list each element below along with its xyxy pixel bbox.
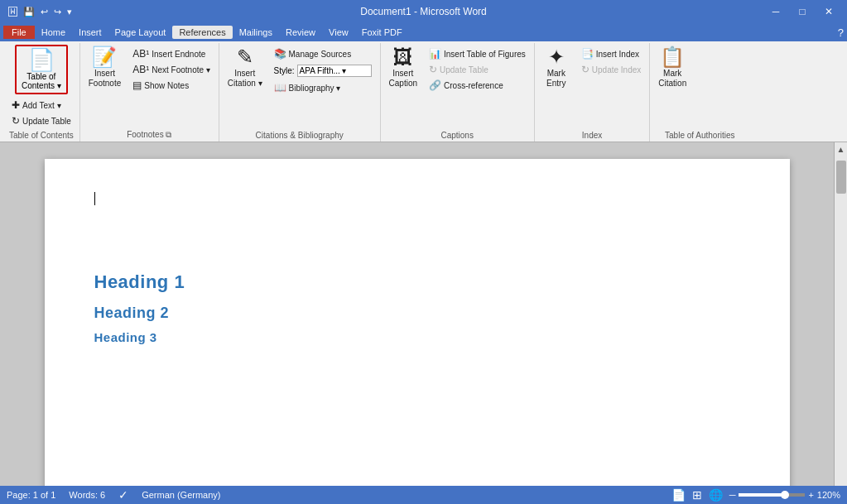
document-page[interactable]: Heading 1 Heading 2 Heading 3 [45,159,790,504]
document-scroll-area: Heading 1 Heading 2 Heading 3 [0,142,834,504]
menu-insert[interactable]: Insert [72,26,108,39]
zoom-slider[interactable] [739,493,805,497]
menu-foxit-pdf[interactable]: Foxit PDF [355,26,409,39]
window-controls: ─ □ ✕ [764,3,840,20]
bibliography-button[interactable]: 📖 Bibliography ▾ [271,80,375,95]
zoom-out-button[interactable]: ─ [729,490,736,500]
zoom-in-button[interactable]: + [808,490,813,500]
insert-index-icon: 📑 [581,48,594,60]
toc-icon: 📄 [28,49,55,70]
mark-citation-icon: 📋 [660,47,685,67]
insert-endnote-button[interactable]: AB¹ Insert Endnote [129,46,214,61]
insert-caption-icon: 🖼 [393,47,413,67]
insert-footnote-button[interactable]: 📝 InsertFootnote [85,45,124,91]
scroll-thumb-v[interactable] [836,161,846,194]
view-web-icon[interactable]: 🌐 [709,488,723,502]
scroll-track-v[interactable] [835,156,847,493]
menu-view[interactable]: View [322,26,355,39]
menu-file[interactable]: File [3,26,35,39]
text-cursor [94,192,95,205]
cross-reference-button[interactable]: 🔗 Cross-reference [426,78,529,93]
footnotes-group-label: Footnotes ⧉ [80,130,219,140]
view-fullscreen-icon[interactable]: ⊞ [692,488,702,502]
add-text-icon: ✚ [12,99,20,111]
menu-mailings[interactable]: Mailings [233,26,279,39]
toc-group-label: Table of Contents [3,131,79,140]
menu-review[interactable]: Review [279,26,322,39]
update-index-button: ↻ Update Index [578,62,645,77]
spell-check-icon[interactable]: ✓ [118,488,128,502]
ribbon-group-toc: 📄 Table ofContents ▾ ✚ Add Text ▾ ↻ Upda… [3,43,80,142]
captions-group-label: Captions [381,131,534,140]
index-group-content: ✦ MarkEntry 📑 Insert Index ↻ Update Inde… [540,45,645,140]
restore-button[interactable]: □ [791,3,814,20]
style-label: Style: [274,66,295,75]
menu-page-layout[interactable]: Page Layout [108,26,173,39]
minimize-button[interactable]: ─ [764,3,787,20]
insert-citation-button[interactable]: ✎ InsertCitation ▾ [224,45,266,91]
word-count: Words: 6 [69,490,105,500]
ribbon: 📄 Table ofContents ▾ ✚ Add Text ▾ ↻ Upda… [0,41,847,142]
ribbon-group-index: ✦ MarkEntry 📑 Insert Index ↻ Update Inde… [535,43,651,142]
captions-group-content: 🖼 InsertCaption 📊 Insert Table of Figure… [386,45,529,140]
update-table-toc-button[interactable]: ↻ Update Table [8,113,75,128]
next-footnote-button[interactable]: AB¹ Next Footnote ▾ [129,62,214,77]
insert-index-button[interactable]: 📑 Insert Index [578,46,645,61]
language[interactable]: German (Germany) [142,490,220,500]
add-text-button[interactable]: ✚ Add Text ▾ [8,98,75,113]
footnotes-group-content: 📝 InsertFootnote AB¹ Insert Endnote AB¹ … [85,45,214,140]
update-index-icon: ↻ [581,64,590,75]
insert-endnote-icon: AB¹ [132,48,149,60]
heading-2[interactable]: Heading 2 [94,305,740,322]
main-content-area: Heading 1 Heading 2 Heading 3 ▲ ▼ [0,142,847,504]
toa-group-label: Table of Authorities [650,131,749,140]
cross-reference-icon: 🔗 [429,79,441,91]
customize-qa-icon[interactable]: ▾ [65,5,74,19]
manage-sources-icon: 📚 [274,48,286,60]
status-bar: Page: 1 of 1 Words: 6 ✓ German (Germany)… [0,486,847,504]
undo-icon[interactable]: ↩ [39,5,50,19]
view-print-icon[interactable]: 📄 [671,488,686,502]
show-notes-button[interactable]: ▤ Show Notes [129,78,214,93]
menu-home[interactable]: Home [35,26,72,39]
toc-group-content: 📄 Table ofContents ▾ ✚ Add Text ▾ ↻ Upda… [8,45,75,140]
table-of-contents-button[interactable]: 📄 Table ofContents ▾ [15,45,68,94]
redo-icon[interactable]: ↪ [52,5,63,19]
insert-caption-button[interactable]: 🖼 InsertCaption [386,45,421,91]
menu-bar: File Home Insert Page Layout References … [0,23,847,41]
save-icon[interactable]: 💾 [22,5,36,19]
close-button[interactable]: ✕ [817,3,840,20]
toa-group-content: 📋 MarkCitation [655,45,690,140]
mark-entry-icon: ✦ [548,47,565,67]
zoom-slider-fill [739,493,785,497]
word-logo-icon: 🅆 [7,5,19,18]
insert-table-of-figures-button[interactable]: 📊 Insert Table of Figures [426,46,529,61]
style-dropdown[interactable]: APA Fifth... ▾ [297,65,372,77]
status-right: 📄 ⊞ 🌐 ─ + 120% [671,488,840,502]
window-title: Document1 - Microsoft Word [360,6,487,17]
insert-footnote-icon: 📝 [92,47,117,67]
next-footnote-icon: AB¹ [132,64,149,75]
insert-tof-icon: 📊 [429,48,441,60]
heading-3[interactable]: Heading 3 [94,330,740,344]
menu-references[interactable]: References [172,26,232,39]
show-notes-icon: ▤ [132,79,142,91]
title-bar: 🅆 💾 ↩ ↪ ▾ Document1 - Microsoft Word ─ □… [0,0,847,23]
zoom-level[interactable]: 120% [817,490,840,500]
help-icon[interactable]: ? [838,26,844,39]
update-table-captions-button: ↻ Update Table [426,62,529,77]
zoom-control: ─ + 120% [729,490,840,500]
zoom-thumb[interactable] [781,491,789,499]
manage-sources-button[interactable]: 📚 Manage Sources [271,46,375,61]
citations-group-label: Citations & Bibliography [219,131,380,140]
citations-group-content: ✎ InsertCitation ▾ 📚 Manage Sources Styl… [224,45,375,140]
mark-citation-button[interactable]: 📋 MarkCitation [655,45,690,91]
vertical-scrollbar[interactable]: ▲ ▼ [834,142,847,504]
scroll-up-arrow[interactable]: ▲ [835,142,847,156]
update-table-cap-icon: ↻ [429,64,437,75]
mark-entry-button[interactable]: ✦ MarkEntry [540,45,573,91]
bibliography-icon: 📖 [274,82,286,94]
heading-1[interactable]: Heading 1 [94,271,740,293]
ribbon-group-captions: 🖼 InsertCaption 📊 Insert Table of Figure… [381,43,535,142]
insert-citation-icon: ✎ [237,47,253,67]
